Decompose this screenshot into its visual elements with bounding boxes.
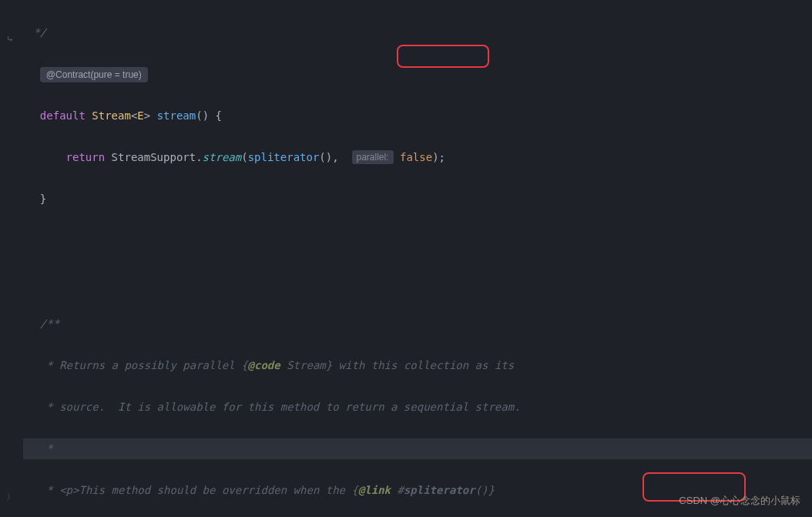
code-line: default Stream<E> stream() { (27, 106, 812, 126)
code-line: return StreamSupport.stream(spliterator(… (27, 147, 812, 168)
editor-gutter: ⤷ 〉 (0, 0, 23, 517)
watermark-text: CSDN @心心念念的小鼠标 (679, 490, 800, 511)
contract-annotation-badge: @Contract(pure = true) (40, 67, 148, 82)
code-line: } (27, 189, 812, 210)
blank-line (27, 230, 812, 251)
gutter-icon: 〉 (6, 487, 15, 508)
parallel-hint-badge: parallel: (352, 150, 394, 164)
javadoc-line: /** (27, 314, 812, 334)
javadoc-line: * Returns a possibly parallel {@code Str… (27, 355, 812, 376)
stream-method-decl: stream (157, 109, 196, 122)
code-editor[interactable]: */ @Contract(pure = true) default Stream… (0, 0, 812, 517)
blank-line (27, 272, 812, 293)
javadoc-line: * source. It is allowable for this metho… (27, 397, 812, 418)
code-line: */ (27, 22, 812, 43)
javadoc-line-current: * (0, 438, 812, 459)
code-line: @Contract(pure = true) (27, 64, 812, 85)
gutter-icon: ⤷ (6, 29, 14, 50)
